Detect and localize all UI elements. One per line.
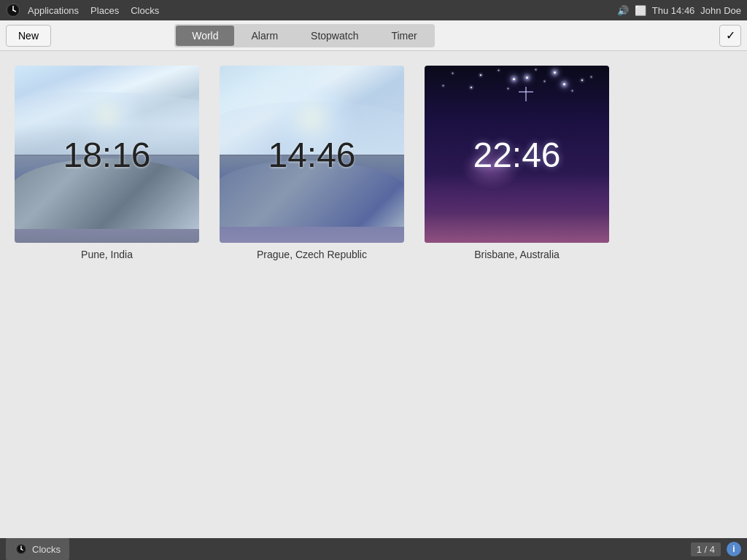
clocks-menu-label: Clocks	[131, 5, 159, 16]
tab-alarm[interactable]: Alarm	[235, 26, 294, 46]
tab-timer[interactable]: Timer	[375, 26, 433, 46]
clock-image-pune: 18:16	[15, 66, 199, 243]
check-button[interactable]: ✓	[719, 25, 741, 47]
clock-image-brisbane: 22:46	[425, 66, 609, 243]
battery-icon: ⬜	[635, 5, 646, 16]
main-content: 18:16 Pune, India 14:46 Prague, Czech Re…	[0, 51, 747, 275]
clocks-menu[interactable]: Clocks	[125, 0, 165, 20]
night-sky: 22:46	[425, 66, 609, 243]
new-button[interactable]: New	[6, 25, 51, 47]
taskbar-clocks-label: Clocks	[32, 544, 61, 555]
tab-stopwatch[interactable]: Stopwatch	[295, 26, 374, 46]
pune-time: 18:16	[63, 134, 150, 174]
clocks-app-icon	[6, 3, 20, 18]
clock-card-prague[interactable]: 14:46 Prague, Czech Republic	[220, 66, 404, 260]
svg-point-9	[20, 548, 22, 550]
datetime-display: Thu 14:46	[652, 5, 695, 16]
svg-point-4	[12, 9, 14, 11]
brisbane-time: 22:46	[473, 134, 560, 174]
page-indicator: 1 / 4	[691, 542, 721, 556]
brisbane-label: Brisbane, Australia	[474, 249, 560, 260]
clock-card-brisbane[interactable]: 22:46 Brisbane, Australia	[425, 66, 609, 260]
volume-icon[interactable]: 🔊	[617, 5, 629, 16]
taskbar-clocks[interactable]: Clocks	[6, 538, 69, 560]
pune-label: Pune, India	[81, 249, 133, 260]
info-button[interactable]: i	[727, 542, 741, 556]
tab-world[interactable]: World	[176, 26, 234, 46]
places-menu[interactable]: Places	[85, 0, 125, 20]
user-display[interactable]: John Doe	[700, 5, 741, 16]
clock-card-pune[interactable]: 18:16 Pune, India	[15, 66, 199, 260]
stars	[425, 66, 609, 136]
titlebar: New World Alarm Stopwatch Timer ✓	[0, 20, 747, 51]
tab-group: World Alarm Stopwatch Timer	[174, 24, 435, 47]
topbar: Applications Places Clocks 🔊 ⬜ Thu 14:46…	[0, 0, 747, 20]
bottombar: Clocks 1 / 4 i	[0, 538, 747, 560]
prague-label: Prague, Czech Republic	[257, 249, 367, 260]
prague-time: 14:46	[268, 134, 355, 174]
applications-menu[interactable]: Applications	[22, 0, 85, 20]
clock-image-prague: 14:46	[220, 66, 404, 243]
bottombar-right: 1 / 4 i	[691, 542, 741, 556]
system-tray: 🔊 ⬜ Thu 14:46 John Doe	[617, 5, 741, 16]
